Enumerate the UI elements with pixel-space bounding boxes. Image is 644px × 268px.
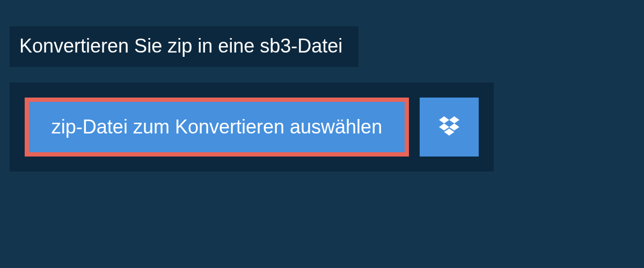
dropbox-icon [439,116,459,138]
page-title: Konvertieren Sie zip in eine sb3-Datei [19,35,342,57]
page-title-bar: Konvertieren Sie zip in eine sb3-Datei [10,26,358,67]
select-file-button-label: zip-Datei zum Konvertieren auswählen [52,116,382,138]
select-file-button[interactable]: zip-Datei zum Konvertieren auswählen [25,98,409,157]
dropbox-button[interactable] [420,98,479,157]
converter-panel: zip-Datei zum Konvertieren auswählen [10,83,494,172]
